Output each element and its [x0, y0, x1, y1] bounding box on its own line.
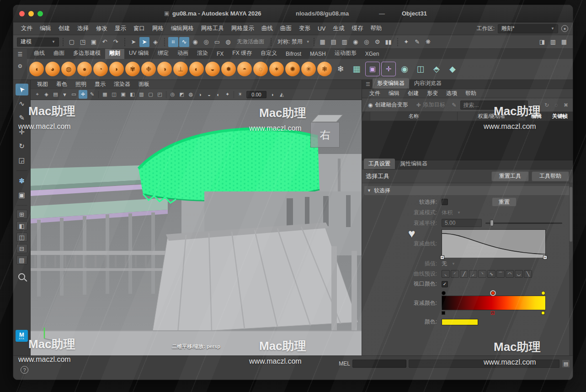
- falloff-radius-slider[interactable]: [485, 220, 562, 226]
- shelf-tab-rendering[interactable]: 渲染: [193, 49, 212, 59]
- image-plane-icon[interactable]: ▭: [69, 90, 78, 99]
- isolate-select-icon[interactable]: ◎: [168, 90, 177, 99]
- falloff-color-ramp[interactable]: ✕: [442, 290, 546, 316]
- shelf-tab-sculpting[interactable]: 雕刻: [105, 49, 124, 59]
- freeze-selection-icon[interactable]: ❄: [333, 62, 348, 76]
- layered-surface-icon[interactable]: ⬘: [429, 62, 444, 76]
- reset-button[interactable]: 重置: [492, 197, 517, 207]
- object-pair-icon[interactable]: ◉: [397, 62, 412, 76]
- account-icon[interactable]: ●: [561, 25, 568, 32]
- field-chart-icon[interactable]: ▥: [137, 90, 146, 99]
- falloff-curve-widget[interactable]: ✕ ✕: [442, 229, 546, 258]
- sculpt-tool-button[interactable]: ✽: [16, 175, 28, 187]
- panel-menu-panels[interactable]: 面板: [135, 79, 153, 89]
- statusline-divider[interactable]: [163, 37, 166, 47]
- menu-display[interactable]: 显示: [112, 23, 129, 34]
- curve-preset-ease-in-button[interactable]: ◜: [451, 270, 459, 278]
- snap-to-grid-icon[interactable]: ⌗: [168, 37, 178, 47]
- close-window-button[interactable]: [19, 11, 25, 16]
- statusline-divider[interactable]: [123, 37, 126, 47]
- scrollbar-thumb[interactable]: [570, 187, 572, 242]
- view-cube-right-face[interactable]: 右: [310, 122, 340, 148]
- add-target-button[interactable]: ✚ 添加目标: [413, 100, 448, 110]
- wax-brush-icon[interactable]: ◐: [189, 62, 204, 76]
- curve-preset-decline-button[interactable]: ╲: [524, 270, 532, 278]
- menu-select[interactable]: 选择: [74, 23, 92, 34]
- camera-attributes-icon[interactable]: ▤: [51, 90, 60, 99]
- relax-brush-icon[interactable]: ◍: [61, 62, 76, 76]
- panel-menu-view[interactable]: 视图: [33, 79, 52, 89]
- save-scene-icon[interactable]: ▣: [89, 37, 99, 47]
- column-weight-driver[interactable]: 权重/驱动者: [458, 112, 526, 121]
- cube-outline-icon[interactable]: ◫: [413, 62, 428, 76]
- edit-in-place-icon[interactable]: ✎: [450, 101, 458, 109]
- foamy-brush-icon[interactable]: ✾: [125, 62, 140, 76]
- wireframe-on-shaded-icon[interactable]: ◍: [186, 90, 195, 99]
- column-key-button[interactable]: 关键帧: [547, 112, 573, 121]
- render-view-icon[interactable]: ▥: [340, 37, 350, 47]
- mask-tool-icon[interactable]: ▣: [365, 62, 380, 76]
- menu-mesh[interactable]: 网格: [149, 23, 167, 34]
- safe-action-icon[interactable]: ▢: [146, 90, 155, 99]
- two-d-pan-zoom-icon[interactable]: ✛: [79, 90, 87, 99]
- layout-four-pane-button[interactable]: ◧: [16, 221, 27, 230]
- shelf-menu-icon[interactable]: ☰: [18, 51, 23, 58]
- menu-curves[interactable]: 曲线: [258, 23, 276, 34]
- flatten-brush-icon[interactable]: ◗: [109, 62, 124, 76]
- layout-outliner-button[interactable]: ▤: [16, 255, 27, 265]
- hypergraph-icon[interactable]: ▦: [318, 37, 328, 47]
- symmetry-dropdown[interactable]: 对称: 禁用: [275, 38, 305, 46]
- delete-icon[interactable]: ✖: [562, 101, 570, 109]
- freeze-brush-icon[interactable]: ✳: [301, 62, 316, 76]
- curve-preset-valley-button[interactable]: ◡: [515, 270, 523, 278]
- scale-tool-button[interactable]: ◲: [16, 154, 28, 166]
- slider-handle[interactable]: [490, 220, 494, 226]
- pinch-brush-icon[interactable]: ◔: [93, 62, 108, 76]
- imprint-brush-icon[interactable]: ⊥: [173, 62, 188, 76]
- shape-editor-list[interactable]: [362, 121, 573, 160]
- curve-preset-wave-button[interactable]: ∿: [487, 270, 495, 278]
- sculpt-objects-icon[interactable]: ✦: [401, 37, 411, 47]
- select-camera-icon[interactable]: ⌖: [33, 90, 42, 99]
- gate-mask-icon[interactable]: ◧: [128, 90, 137, 99]
- ipr-render-icon[interactable]: ◎: [362, 37, 372, 47]
- interpolation-value[interactable]: 无: [442, 260, 447, 268]
- curve-preset-ramp-down-button[interactable]: ◞: [469, 270, 477, 278]
- select-by-component-icon[interactable]: ◈: [150, 37, 160, 47]
- shelf-tab-fx-caching[interactable]: FX 缓存: [228, 49, 256, 59]
- curve-key-end[interactable]: ✕: [543, 255, 547, 260]
- shelf-tab-uv-editing[interactable]: UV 编辑: [125, 49, 153, 59]
- grease-pencil-icon[interactable]: ✎: [412, 37, 422, 47]
- reset-tool-button[interactable]: 重置工具: [491, 171, 529, 181]
- snap-to-projected-center-icon[interactable]: ◎: [201, 37, 211, 47]
- shelf-tab-animation[interactable]: 动画: [173, 49, 192, 59]
- curve-preset-linear-button[interactable]: ╱: [460, 270, 468, 278]
- menu-help[interactable]: 帮助: [367, 23, 385, 34]
- gear-icon[interactable]: ⚙: [18, 63, 23, 69]
- viewport-canvas[interactable]: 右 二维平移/缩放: persp: [31, 100, 362, 355]
- column-name[interactable]: 名称: [370, 112, 458, 121]
- viewport-color-checkbox[interactable]: ✓: [442, 281, 448, 287]
- shelf-tab-motion-graphics[interactable]: 运动图形: [330, 49, 361, 59]
- shelf-tab-poly-modeling[interactable]: 多边形建模: [69, 49, 105, 59]
- tab-tool-settings[interactable]: 工具设置: [364, 159, 395, 169]
- tab-shape-editor[interactable]: 形变编辑器: [373, 78, 409, 89]
- menu-edit[interactable]: 编辑: [37, 23, 54, 34]
- anti-aliasing-icon[interactable]: ✦: [223, 90, 232, 99]
- resolution-gate-icon[interactable]: ▣: [119, 90, 128, 99]
- falloff-color-swatch[interactable]: [442, 319, 478, 325]
- tab-attribute-editor[interactable]: 属性编辑器: [395, 159, 432, 169]
- layout-split-left-button[interactable]: ◫: [16, 233, 27, 242]
- lock-camera-icon[interactable]: ◈: [42, 90, 51, 99]
- layout-single-pane-button[interactable]: ⊞: [16, 210, 27, 219]
- menu-modify[interactable]: 修改: [93, 23, 111, 34]
- channel-box-toggle-icon[interactable]: ▦: [559, 37, 569, 47]
- statusline-divider[interactable]: [396, 37, 399, 47]
- open-scene-icon[interactable]: ◳: [78, 37, 88, 47]
- command-line-language-label[interactable]: MEL: [339, 360, 350, 367]
- menu-surfaces[interactable]: 曲面: [277, 23, 295, 34]
- panel-menu-lighting[interactable]: 照明: [72, 79, 90, 89]
- gamma-icon[interactable]: ◗: [268, 90, 277, 99]
- se-menu-edit[interactable]: 编辑: [385, 89, 403, 98]
- soft-select-section-header[interactable]: ▼ 软选择: [364, 186, 570, 195]
